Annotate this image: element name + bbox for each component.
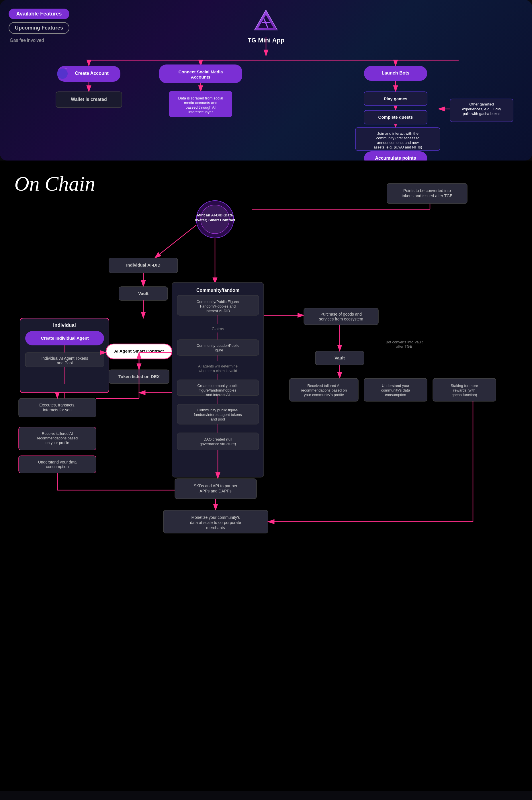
svg-rect-66 xyxy=(119,287,168,300)
gas-fee-label: Gas fee involved xyxy=(8,38,69,43)
svg-text:APPs and DAPPs: APPs and DAPPs xyxy=(200,489,231,493)
svg-text:AI Agent Smart Contract: AI Agent Smart Contract xyxy=(114,348,164,354)
main-container: Available Features Upcoming Features Gas… xyxy=(0,0,532,800)
svg-text:DAO created (full: DAO created (full xyxy=(204,437,232,441)
svg-rect-63 xyxy=(109,258,178,273)
svg-text:figure/fandom/hobbies: figure/fandom/hobbies xyxy=(200,388,236,393)
svg-text:Individual AI Agent Tokens: Individual AI Agent Tokens xyxy=(41,356,88,361)
svg-text:Individual AI-DID: Individual AI-DID xyxy=(126,263,160,267)
svg-text:interacts for you: interacts for you xyxy=(43,407,72,412)
svg-text:Staking for more: Staking for more xyxy=(451,383,478,388)
svg-text:Other gamified: Other gamified xyxy=(469,102,494,106)
svg-rect-25 xyxy=(159,64,242,83)
svg-text:Fandom/Hobbies and: Fandom/Hobbies and xyxy=(200,304,235,308)
svg-text:Understand your data: Understand your data xyxy=(38,460,77,464)
svg-text:Receive tailored AI: Receive tailored AI xyxy=(42,432,73,436)
svg-text:community's data: community's data xyxy=(381,388,411,393)
svg-text:Community Leader/Public: Community Leader/Public xyxy=(197,343,239,348)
svg-text:and Pool: and Pool xyxy=(57,361,73,365)
top-section: Available Features Upcoming Features Gas… xyxy=(0,0,532,160)
svg-text:Understand your: Understand your xyxy=(382,383,410,388)
svg-text:announcements and new: announcements and new xyxy=(377,140,419,145)
svg-text:data at scale to corporporate: data at scale to corporporate xyxy=(190,520,241,525)
svg-text:gacha function): gacha function) xyxy=(452,393,477,397)
svg-line-61 xyxy=(155,225,196,258)
svg-text:Create community public: Create community public xyxy=(197,383,239,388)
svg-point-57 xyxy=(196,201,234,238)
svg-rect-150 xyxy=(175,479,256,499)
svg-rect-69 xyxy=(20,318,109,393)
svg-text:media accounts and: media accounts and xyxy=(184,101,217,105)
svg-rect-54 xyxy=(387,184,467,204)
svg-rect-126 xyxy=(364,378,427,401)
svg-rect-82 xyxy=(109,370,169,383)
svg-text:merchants: merchants xyxy=(206,526,225,530)
tg-logo-icon xyxy=(253,8,279,34)
svg-text:Received tailored AI: Received tailored AI xyxy=(307,383,341,388)
svg-text:Create Individual Agent: Create Individual Agent xyxy=(41,336,89,341)
svg-text:and pool: and pool xyxy=(211,417,225,421)
svg-text:and interest AI: and interest AI xyxy=(206,393,230,397)
svg-text:Connect Social Media: Connect Social Media xyxy=(178,69,223,74)
svg-text:Points to be converted into: Points to be converted into xyxy=(403,188,451,193)
svg-rect-37 xyxy=(364,110,427,124)
svg-text:consumption: consumption xyxy=(385,393,406,397)
svg-text:Launch Bots: Launch Bots xyxy=(382,71,410,75)
svg-text:recommendations based: recommendations based xyxy=(37,436,78,440)
svg-rect-74 xyxy=(25,353,104,367)
svg-text:passed through AI: passed through AI xyxy=(186,105,216,110)
svg-text:polls with gacha boxes: polls with gacha boxes xyxy=(463,112,500,116)
svg-rect-130 xyxy=(433,378,496,401)
svg-text:Data is scraped from social: Data is scraped from social xyxy=(178,96,223,100)
svg-rect-21 xyxy=(57,66,120,82)
svg-text:Complete quests: Complete quests xyxy=(378,115,413,119)
svg-text:tokens and issued after TGE: tokens and issued after TGE xyxy=(402,193,452,198)
upcoming-features-button[interactable]: Upcoming Features xyxy=(8,22,69,34)
bottom-flowchart-svg: Points to be converted into tokens and i… xyxy=(0,160,532,791)
svg-rect-114 xyxy=(304,308,378,325)
svg-text:Accumulate points: Accumulate points xyxy=(375,156,416,160)
svg-rect-110 xyxy=(177,433,259,450)
svg-rect-28 xyxy=(169,91,232,117)
available-features-button[interactable]: Available Features xyxy=(8,8,69,19)
svg-text:Avatar) Smart Contract: Avatar) Smart Contract xyxy=(195,218,235,222)
tg-logo-area: TG Mini App xyxy=(248,8,285,44)
svg-text:Monetize your community's: Monetize your community's xyxy=(191,515,240,520)
svg-text:Interest AI-DID: Interest AI-DID xyxy=(206,309,230,313)
svg-text:community (first access to: community (first access to xyxy=(376,136,419,140)
svg-text:AI agents will determine: AI agents will determine xyxy=(198,364,238,368)
svg-text:Bot converts into Vault: Bot converts into Vault xyxy=(385,340,422,344)
svg-text:Executes, transacts,: Executes, transacts, xyxy=(39,403,75,407)
svg-text:your community's profile: your community's profile xyxy=(304,393,344,397)
svg-text:whether a claim is valid: whether a claim is valid xyxy=(198,368,237,373)
svg-text:rewards (with: rewards (with xyxy=(453,388,475,393)
svg-rect-44 xyxy=(450,99,513,122)
bottom-section: On Chain Points to be converted into tok… xyxy=(0,160,532,791)
svg-text:inference layer: inference layer xyxy=(188,110,213,114)
svg-rect-78 xyxy=(106,344,172,359)
svg-text:governance structure): governance structure) xyxy=(200,442,236,446)
svg-rect-154 xyxy=(164,510,268,533)
svg-text:recommendations based on: recommendations based on xyxy=(301,388,347,393)
svg-text:Play games: Play games xyxy=(384,96,407,101)
svg-text:consumption: consumption xyxy=(46,464,69,469)
svg-point-58 xyxy=(201,205,229,234)
svg-rect-100 xyxy=(177,380,259,396)
svg-rect-35 xyxy=(364,92,427,106)
legend: Available Features Upcoming Features Gas… xyxy=(8,8,69,43)
svg-text:Individual: Individual xyxy=(53,322,76,328)
svg-text:Claims: Claims xyxy=(212,326,224,331)
svg-text:Community/Public Figure/: Community/Public Figure/ xyxy=(197,300,239,304)
svg-text:Token listed on DEX: Token listed on DEX xyxy=(118,374,160,379)
svg-rect-105 xyxy=(177,404,259,424)
svg-rect-84 xyxy=(172,282,264,477)
svg-text:Join and interact with the: Join and interact with the xyxy=(377,131,418,136)
svg-text:Mint an AI-DID (Data: Mint an AI-DID (Data xyxy=(197,213,233,217)
svg-text:Accounts: Accounts xyxy=(191,75,210,79)
svg-rect-19 xyxy=(56,92,122,108)
svg-text:fandom/interest agent tokens: fandom/interest agent tokens xyxy=(194,413,242,417)
svg-rect-140 xyxy=(19,427,96,450)
svg-text:on your profile: on your profile xyxy=(45,441,69,445)
tg-title: TG Mini App xyxy=(248,37,285,44)
svg-text:+: + xyxy=(64,65,68,71)
